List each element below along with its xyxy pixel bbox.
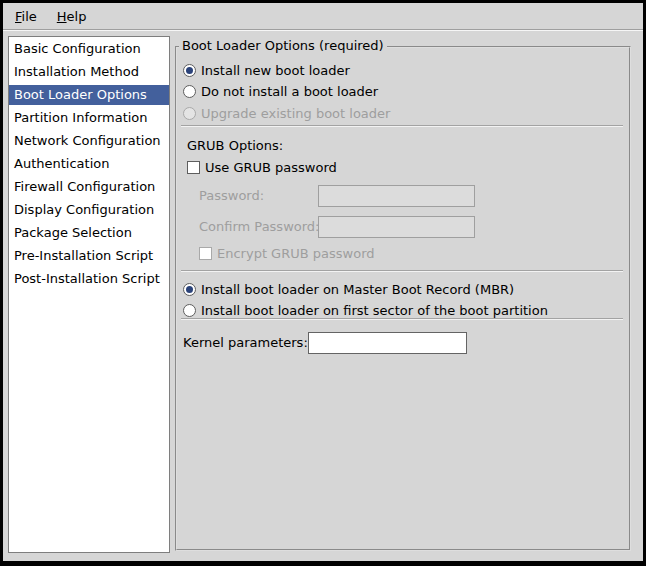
menu-file[interactable]: File [5, 3, 47, 29]
confirm-password-label: Confirm Password: [199, 219, 313, 234]
radio-label: Do not install a boot loader [201, 84, 378, 99]
radio-button-icon[interactable] [183, 85, 196, 98]
kickstart-configurator-window: File Help Basic Configuration Installati… [0, 0, 646, 566]
confirm-password-row: Confirm Password: [199, 215, 475, 238]
checkbox-icon[interactable] [187, 161, 200, 174]
sidebar-item-network-configuration[interactable]: Network Configuration [9, 131, 169, 151]
radio-upgrade-existing-boot-loader: Upgrade existing boot loader [183, 105, 390, 121]
radio-button-icon[interactable] [183, 64, 196, 77]
separator [181, 270, 623, 272]
radio-install-on-mbr[interactable]: Install boot loader on Master Boot Recor… [183, 281, 514, 297]
kernel-parameters-label: Kernel parameters: [183, 335, 303, 350]
separator [181, 125, 623, 127]
radio-button-icon[interactable] [183, 283, 196, 296]
checkbox-use-grub-password[interactable]: Use GRUB password [187, 159, 337, 175]
kernel-parameters-row: Kernel parameters: [183, 331, 467, 354]
radio-label: Upgrade existing boot loader [201, 106, 390, 121]
sidebar-item-basic-configuration[interactable]: Basic Configuration [9, 39, 169, 59]
checkbox-label: Use GRUB password [205, 160, 337, 175]
confirm-password-input [318, 216, 475, 238]
sidebar-item-pre-installation-script[interactable]: Pre-Installation Script [9, 246, 169, 266]
checkbox-icon [199, 247, 212, 260]
separator [181, 318, 623, 320]
radio-button-icon[interactable] [183, 304, 196, 317]
menubar: File Help [3, 3, 643, 30]
menu-help[interactable]: Help [47, 3, 97, 29]
frame-title: Boot Loader Options (required) [179, 38, 387, 53]
menu-file-label: File [15, 9, 37, 24]
password-input [318, 185, 475, 207]
sidebar-item-boot-loader-options[interactable]: Boot Loader Options [9, 85, 169, 105]
password-row: Password: [199, 184, 475, 207]
checkbox-label: Encrypt GRUB password [217, 246, 375, 261]
sidebar-item-authentication[interactable]: Authentication [9, 154, 169, 174]
radio-install-on-first-sector[interactable]: Install boot loader on first sector of t… [183, 302, 548, 318]
password-label: Password: [199, 188, 313, 203]
grub-options-section-label: GRUB Options: [187, 137, 283, 153]
sidebar-nav: Basic Configuration Installation Method … [8, 36, 170, 553]
sidebar-item-firewall-configuration[interactable]: Firewall Configuration [9, 177, 169, 197]
checkbox-encrypt-grub-password: Encrypt GRUB password [199, 245, 375, 261]
sidebar-item-partition-information[interactable]: Partition Information [9, 108, 169, 128]
radio-do-not-install-boot-loader[interactable]: Do not install a boot loader [183, 83, 378, 99]
sidebar-item-package-selection[interactable]: Package Selection [9, 223, 169, 243]
radio-install-new-boot-loader[interactable]: Install new boot loader [183, 62, 350, 78]
radio-label: Install new boot loader [201, 63, 350, 78]
radio-label: Install boot loader on first sector of t… [201, 303, 548, 318]
boot-loader-options-frame: Boot Loader Options (required) Install n… [175, 46, 631, 551]
sidebar-item-installation-method[interactable]: Installation Method [9, 62, 169, 82]
kernel-parameters-input[interactable] [308, 332, 467, 354]
sidebar-item-post-installation-script[interactable]: Post-Installation Script [9, 269, 169, 289]
menu-help-label: Help [57, 9, 87, 24]
sidebar-item-display-configuration[interactable]: Display Configuration [9, 200, 169, 220]
radio-button-icon [183, 107, 196, 120]
radio-label: Install boot loader on Master Boot Recor… [201, 282, 514, 297]
